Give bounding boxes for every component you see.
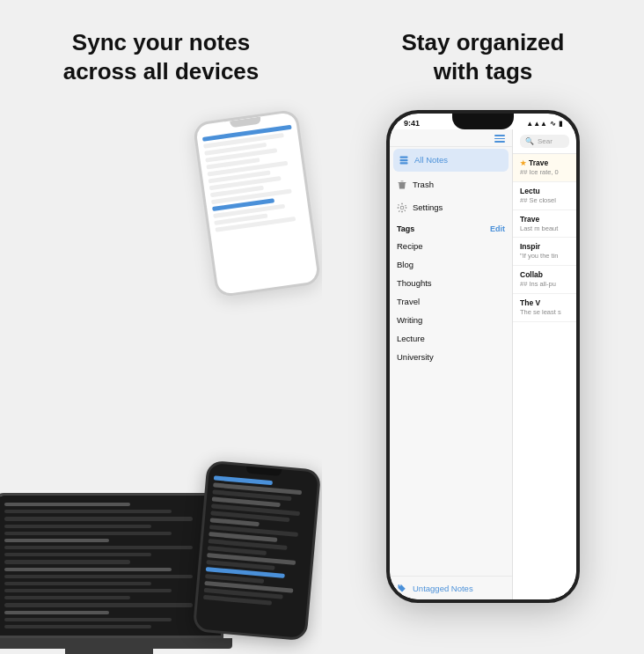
tags-header: Tags Edit (397, 224, 505, 233)
app-content: All Notes Trash (390, 129, 576, 599)
search-area: 🔍 Sear (513, 129, 576, 154)
note-title-text: Lectu (520, 187, 540, 195)
battery-icon: ▮ (559, 120, 562, 128)
laptop-line (4, 525, 151, 528)
sidebar-item-all-notes[interactable]: All Notes (393, 149, 509, 172)
sidebar-top (390, 129, 512, 147)
laptop-line (4, 510, 172, 513)
note-item-0[interactable]: ★ Trave ## Ice rate, 0 (513, 154, 576, 182)
white-phone (193, 109, 322, 298)
search-placeholder: Sear (538, 137, 553, 145)
tags-edit-button[interactable]: Edit (490, 224, 505, 233)
laptop-mockup (0, 493, 223, 654)
laptop-line (4, 589, 172, 592)
search-icon: 🔍 (525, 137, 534, 145)
note-title-text: The V (520, 298, 540, 307)
laptop-line (4, 625, 151, 628)
notes-list: 🔍 Sear ★ Trave ## Ice rate, 0 Lec (513, 129, 576, 599)
laptop-line (4, 560, 130, 563)
right-headline: Stay organized with tags (402, 28, 565, 85)
status-icons: ▲▲▲ ∿ ▮ (526, 120, 562, 128)
tag-travel[interactable]: Travel (390, 292, 512, 311)
tags-label: Tags (397, 224, 414, 233)
svg-rect-2 (400, 162, 408, 164)
sidebar: All Notes Trash (390, 129, 513, 599)
note-preview: ## Ice rate, 0 (520, 168, 569, 177)
note-item-4[interactable]: Collab ## Ins all-pu (513, 266, 576, 294)
tag-writing[interactable]: Writing (390, 311, 512, 329)
note-preview: Last m beaut (520, 224, 569, 233)
svg-rect-1 (400, 158, 408, 160)
all-notes-label: All Notes (414, 155, 448, 165)
laptop-line (4, 553, 151, 556)
all-notes-icon (399, 155, 409, 165)
note-preview: ## Se closel (520, 196, 569, 205)
laptop-base (0, 638, 232, 649)
trash-label: Trash (413, 180, 434, 189)
note-item-2[interactable]: Trave Last m beaut (513, 210, 576, 239)
laptop-line (4, 611, 109, 614)
right-panel: Stay organized with tags 9:41 ▲▲▲ ∿ ▮ (322, 0, 644, 654)
sidebar-item-untagged[interactable]: Untagged Notes (390, 576, 512, 599)
hamburger-icon[interactable] (494, 135, 505, 143)
search-box[interactable]: 🔍 Sear (520, 135, 569, 148)
laptop-line (4, 546, 193, 549)
note-title-text: Trave (520, 215, 539, 224)
settings-label: Settings (413, 202, 443, 212)
note-title-text: Trave (529, 158, 548, 167)
tag-blog[interactable]: Blog (390, 255, 512, 274)
tag-thoughts[interactable]: Thoughts (390, 274, 512, 292)
note-preview: "If you the tin (520, 252, 569, 261)
tag-lecture[interactable]: Lecture (390, 329, 512, 348)
wifi-icon: ∿ (550, 120, 556, 128)
hamburger-line (494, 138, 505, 140)
phone-main-notch (452, 114, 514, 129)
note-item-5[interactable]: The V The se least s (513, 294, 576, 322)
laptop-line (4, 582, 151, 585)
sidebar-item-trash[interactable]: Trash (390, 173, 512, 196)
tags-section: Tags Edit (390, 219, 512, 237)
dark-phone (193, 460, 322, 642)
phone-screen: 9:41 ▲▲▲ ∿ ▮ (390, 114, 576, 599)
laptop-line (4, 568, 172, 571)
left-headline: Sync your notes across all devices (63, 28, 260, 85)
left-panel: Sync your notes across all devices (0, 0, 322, 654)
pin-icon: ★ (520, 159, 526, 167)
note-item-3[interactable]: Inspir "If you the tin (513, 238, 576, 266)
status-time: 9:41 (404, 119, 420, 128)
laptop-line (4, 539, 109, 542)
laptop-stand (65, 649, 153, 654)
devices-area (21, 107, 301, 654)
hamburger-line (494, 135, 505, 136)
settings-icon (397, 202, 407, 213)
untagged-icon (397, 583, 407, 593)
tag-university[interactable]: University (390, 348, 512, 366)
note-title-text: Collab (520, 270, 543, 279)
hamburger-line (494, 141, 505, 143)
laptop-line (4, 532, 172, 535)
laptop-line (4, 517, 193, 520)
laptop-line (4, 575, 193, 578)
laptop-line (4, 618, 172, 621)
trash-icon (397, 180, 407, 190)
laptop-line (4, 596, 130, 599)
main-phone-mockup: 9:41 ▲▲▲ ∿ ▮ (386, 110, 580, 603)
untagged-label: Untagged Notes (413, 584, 473, 593)
note-preview: The se least s (520, 308, 569, 317)
signal-icon: ▲▲▲ (526, 120, 547, 128)
note-item-1[interactable]: Lectu ## Se closel (513, 182, 576, 210)
note-preview: ## Ins all-pu (520, 280, 569, 289)
note-title-text: Inspir (520, 242, 540, 251)
laptop-line (4, 503, 130, 506)
tag-recipe[interactable]: Recipe (390, 237, 512, 255)
laptop-line (4, 603, 193, 606)
svg-rect-0 (400, 156, 408, 158)
sidebar-item-settings[interactable]: Settings (390, 196, 512, 219)
